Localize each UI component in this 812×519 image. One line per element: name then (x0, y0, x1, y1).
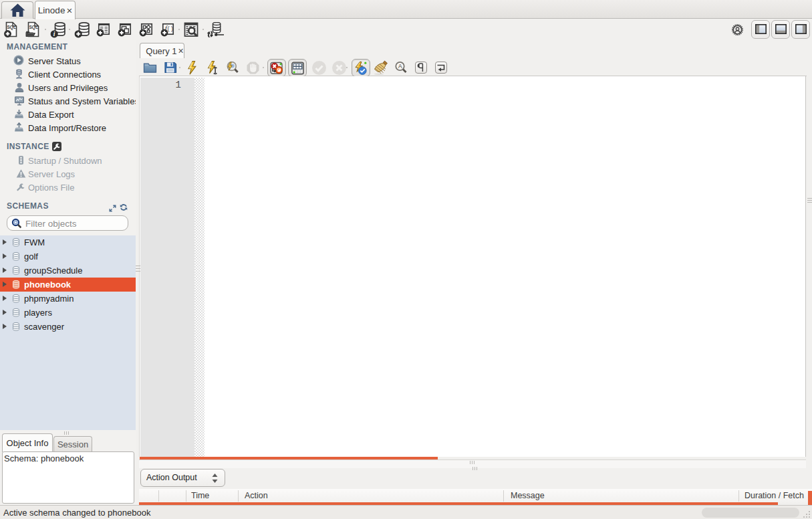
svg-text:A: A (398, 63, 403, 70)
svg-text:i: i (53, 31, 55, 37)
svg-text:( ): ( ) (168, 25, 174, 32)
svg-text:SQL: SQL (7, 25, 16, 30)
svg-text:SQL: SQL (29, 25, 38, 30)
